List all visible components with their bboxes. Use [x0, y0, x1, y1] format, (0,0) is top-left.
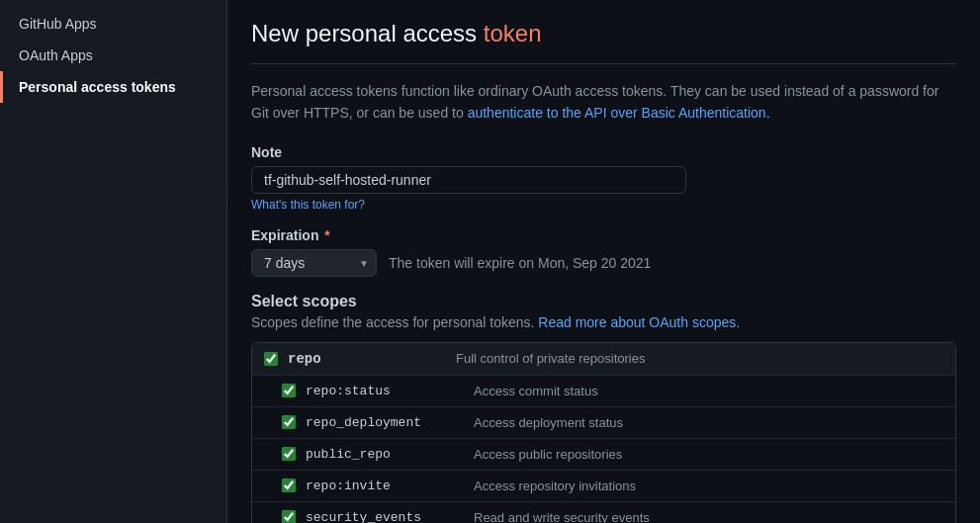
- scope-row-repo-invite: repo:invite Access repository invitation…: [252, 471, 955, 502]
- scope-name-repo-invite: repo:invite: [306, 479, 464, 493]
- description: Personal access tokens function like ord…: [251, 80, 956, 125]
- expiration-select-wrapper: 7 days 30 days 60 days 90 days Custom No…: [251, 249, 377, 277]
- scope-row-public-repo: public_repo Access public repositories: [252, 439, 955, 471]
- scope-checkbox-repo-deployment[interactable]: [282, 415, 296, 429]
- sidebar: GitHub Apps OAuth Apps Personal access t…: [0, 0, 227, 523]
- expiration-note: The token will expire on Mon, Sep 20 202…: [389, 255, 651, 271]
- scopes-title: Select scopes: [251, 293, 956, 310]
- description-link[interactable]: authenticate to the API over Basic Authe…: [468, 105, 770, 121]
- main-content: New personal access token Personal acces…: [227, 0, 980, 523]
- expiration-label: Expiration *: [251, 227, 956, 243]
- scope-row-security-events: security_events Read and write security …: [252, 502, 955, 523]
- scopes-link[interactable]: Read more about OAuth scopes.: [538, 314, 740, 330]
- sidebar-item-label: Personal access tokens: [19, 79, 176, 95]
- scope-desc-public-repo: Access public repositories: [474, 447, 622, 462]
- scopes-group: Select scopes Scopes define the access f…: [251, 293, 956, 523]
- scope-name-public-repo: public_repo: [306, 447, 464, 462]
- scopes-desc: Scopes define the access for personal to…: [251, 314, 956, 330]
- scope-desc-repo: Full control of private repositories: [456, 351, 645, 366]
- scope-name-repo: repo: [288, 351, 446, 367]
- expiration-group: Expiration * 7 days 30 days 60 days 90 d…: [251, 227, 956, 277]
- scope-checkbox-repo-invite[interactable]: [282, 479, 296, 492]
- note-group: Note What's this token for?: [251, 144, 956, 212]
- scope-desc-repo-invite: Access repository invitations: [474, 479, 636, 493]
- page-title-highlight: token: [484, 20, 542, 46]
- scope-row-repo-status: repo:status Access commit status: [252, 376, 955, 407]
- scope-checkbox-security-events[interactable]: [282, 510, 296, 523]
- sidebar-item-personal-access-tokens[interactable]: Personal access tokens: [0, 71, 226, 103]
- page-title: New personal access token: [251, 20, 956, 64]
- scope-row-repo-deployment: repo_deployment Access deployment status: [252, 407, 955, 439]
- expiration-select[interactable]: 7 days 30 days 60 days 90 days Custom No…: [251, 249, 377, 277]
- sidebar-item-label: GitHub Apps: [19, 16, 97, 32]
- scopes-box: repo Full control of private repositorie…: [251, 342, 956, 523]
- scope-desc-security-events: Read and write security events: [474, 510, 650, 523]
- scope-desc-repo-status: Access commit status: [474, 384, 598, 398]
- scope-checkbox-repo-status[interactable]: [282, 384, 296, 397]
- required-indicator: *: [324, 227, 329, 243]
- scope-checkbox-repo[interactable]: [264, 352, 278, 366]
- note-input[interactable]: [251, 166, 686, 194]
- expiration-row: 7 days 30 days 60 days 90 days Custom No…: [251, 249, 956, 277]
- scope-row-repo: repo Full control of private repositorie…: [252, 343, 955, 376]
- scope-checkbox-public-repo[interactable]: [282, 447, 296, 461]
- scope-name-repo-status: repo:status: [306, 384, 464, 398]
- sidebar-item-label: OAuth Apps: [19, 47, 93, 63]
- note-hint: What's this token for?: [251, 198, 956, 212]
- scope-name-security-events: security_events: [306, 510, 464, 523]
- sidebar-item-oauth-apps[interactable]: OAuth Apps: [0, 40, 226, 71]
- scope-desc-repo-deployment: Access deployment status: [474, 415, 623, 430]
- note-label: Note: [251, 144, 956, 160]
- sidebar-item-github-apps[interactable]: GitHub Apps: [0, 8, 226, 40]
- scope-name-repo-deployment: repo_deployment: [306, 415, 464, 430]
